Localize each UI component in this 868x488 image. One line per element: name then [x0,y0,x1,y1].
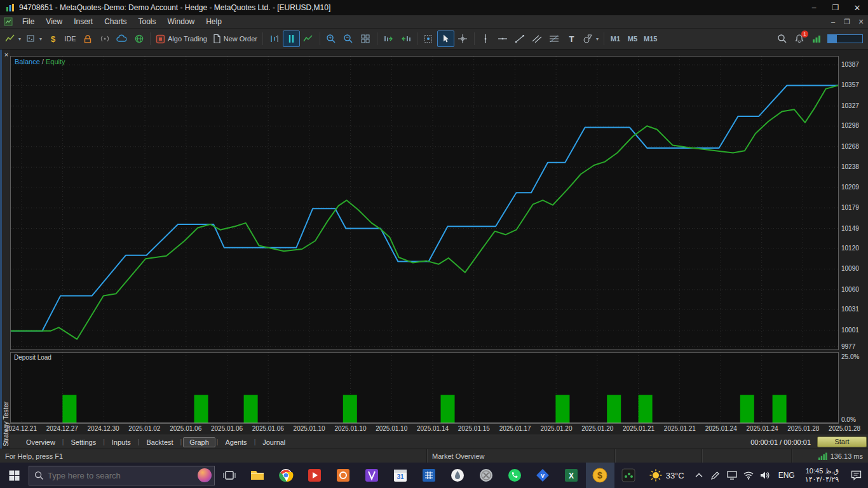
menu-insert[interactable]: Insert [68,16,98,27]
timeframe-m15-button[interactable]: M15 [641,30,660,47]
tray-wifi-icon[interactable] [740,463,757,488]
taskbar-app-red[interactable] [301,463,329,488]
horizontal-line-tool-button[interactable] [494,30,512,47]
taskbar-excel[interactable]: X [557,463,586,488]
line-chart-mode-button[interactable] [300,30,317,47]
x-axis-label: 2024.12.27 [46,425,78,432]
menu-view[interactable]: View [40,16,68,27]
auto-scroll-button[interactable] [380,30,397,47]
taskbar-app-grid[interactable] [414,463,443,488]
tab-overview[interactable]: Overview [20,438,61,447]
y-axis-label: 10179 [841,204,868,212]
timeframe-m5-button[interactable]: M5 [624,30,641,47]
tab-separator: | [62,438,64,445]
close-button[interactable]: ✕ [846,0,868,15]
tester-side-strip: × Strategy Tester [2,50,10,449]
taskbar-weather[interactable]: 33°C [643,469,691,482]
mdi-restore-button[interactable]: ❐ [840,18,854,26]
vertical-line-tool-button[interactable] [477,30,494,47]
mdi-minimize-button[interactable]: – [826,18,840,25]
community-icon-button[interactable] [130,30,147,47]
start-menu-button[interactable] [0,463,29,488]
notifications-bell-button[interactable]: 1 [790,30,808,47]
cursor-tool-button[interactable] [437,30,454,47]
x-axis-label: 2025.01.10 [376,425,407,432]
tab-agents[interactable]: Agents [219,438,252,447]
y-axis-label: 10120 [841,245,868,252]
shapes-dropdown-button[interactable]: ▾ [580,30,601,47]
taskbar-file-explorer[interactable] [243,463,272,488]
search-input[interactable] [48,471,194,480]
algo-trading-button[interactable]: Algo Trading [153,30,210,47]
strategy-tester-button[interactable] [420,30,437,47]
symbols-button[interactable]: $ [44,30,62,47]
red-app-icon [308,468,322,482]
start-button[interactable]: Start [817,437,867,447]
taskbar-metatrader[interactable]: $ [586,463,614,488]
task-view-button[interactable] [215,463,243,488]
tile-windows-button[interactable] [357,30,374,47]
tester-close-button[interactable]: × [3,50,10,59]
zoom-in-button[interactable] [323,30,340,47]
menu-file[interactable]: File [17,16,40,27]
broadcast-off-icon-button[interactable] [96,30,113,47]
mdi-close-button[interactable]: ✕ [854,18,868,26]
candlestick-mode-button[interactable] [283,30,300,47]
indicators-dropdown-button[interactable]: ▾ [3,30,24,47]
lock-icon-button[interactable] [79,30,96,47]
text-tool-button[interactable]: T [563,30,580,47]
trading-signals-button[interactable] [808,30,825,47]
deposit-load-title: Deposit Load [14,354,51,361]
menu-help[interactable]: Help [200,16,227,27]
taskbar-calendar[interactable]: 31 [386,463,415,488]
action-center-button[interactable] [844,463,868,488]
metatrader-dollar-icon: $ [592,468,607,483]
taskbar-app-purple[interactable] [358,463,386,488]
taskbar-whatsapp[interactable] [500,463,529,488]
legend-equity-label: Equity [46,58,65,65]
taskbar-chrome[interactable] [272,463,301,488]
tab-journal[interactable]: Journal [257,438,291,447]
taskbar-app-orange[interactable] [329,463,358,488]
menu-charts[interactable]: Charts [98,16,132,27]
tray-chevron-up-icon[interactable] [691,463,707,488]
minimize-button[interactable]: – [803,0,825,15]
taskbar-clock[interactable]: 10:45 ق.ظ ۱۴۰۴/۰۴/۲۹ [800,467,844,484]
taskbar-app-white[interactable] [443,463,471,488]
crosshair-tool-button[interactable] [454,30,471,47]
clock-date: ۱۴۰۴/۰۴/۲۹ [805,475,839,484]
zoom-out-button[interactable] [340,30,357,47]
taskbar-app-blue-diamond[interactable]: V [529,463,557,488]
tab-graph[interactable]: Graph [183,437,215,447]
tray-volume-icon[interactable] [757,463,773,488]
new-order-button[interactable]: New Order [210,30,260,47]
taskbar-app-dark[interactable] [614,463,643,488]
menu-window[interactable]: Window [162,16,201,27]
equidistant-lines-tool-button[interactable] [546,30,563,47]
ide-button[interactable]: IDE [62,30,79,47]
tab-inputs[interactable]: Inputs [106,438,137,447]
x-axis-label: 2025.01.24 [705,425,737,432]
trendline-tool-button[interactable] [512,30,529,47]
toolbar-separator [150,32,151,45]
market-overview-panel-label[interactable]: Market Overview [427,449,615,463]
white-app-icon [451,468,465,482]
toolbar-separator [377,32,377,45]
objects-dropdown-button[interactable]: ▾ [24,30,44,47]
search-button[interactable] [773,30,790,47]
taskbar-search-box[interactable] [29,466,215,485]
bar-chart-mode-button[interactable] [266,30,283,47]
taskbar-coin-app[interactable] [471,463,500,488]
chart-shift-button[interactable] [397,30,414,47]
tray-pen-icon[interactable] [707,463,724,488]
cloud-icon-button[interactable] [113,30,130,47]
maximize-button[interactable]: ❐ [825,0,846,15]
tab-backtest[interactable]: Backtest [140,438,179,447]
menu-tools[interactable]: Tools [133,16,162,27]
tray-display-icon[interactable] [724,463,740,488]
language-indicator[interactable]: ENG [773,471,800,480]
y-axis-label: 10298 [841,122,868,130]
channel-tool-button[interactable] [529,30,546,47]
timeframe-m1-button[interactable]: M1 [607,30,624,47]
tab-settings[interactable]: Settings [65,438,102,447]
